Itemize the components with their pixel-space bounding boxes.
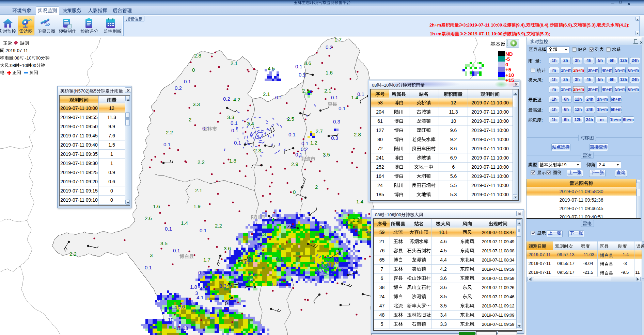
svg-text:6.9: 6.9 xyxy=(193,307,200,313)
svg-text:2.2: 2.2 xyxy=(198,159,205,165)
svg-text:3.7: 3.7 xyxy=(243,259,250,265)
svg-text:0.1: 0.1 xyxy=(331,95,338,100)
svg-text:0.3: 0.3 xyxy=(198,270,205,275)
svg-text:2.9: 2.9 xyxy=(291,161,298,167)
svg-text:11.3: 11.3 xyxy=(269,281,278,287)
svg-text:0.1: 0.1 xyxy=(357,91,364,97)
svg-text:1.8: 1.8 xyxy=(229,158,236,164)
svg-text:2.7: 2.7 xyxy=(316,128,323,134)
svg-text:2.2: 2.2 xyxy=(166,130,173,135)
svg-text:4.2: 4.2 xyxy=(233,97,240,102)
svg-text:2.6: 2.6 xyxy=(345,221,352,227)
svg-text:9.2: 9.2 xyxy=(189,301,196,307)
svg-text:1.7: 1.7 xyxy=(203,257,210,263)
svg-text:0.1: 0.1 xyxy=(163,141,171,147)
svg-text:0: 0 xyxy=(192,67,195,73)
svg-text:3.5: 3.5 xyxy=(323,152,330,157)
svg-text:3.3: 3.3 xyxy=(227,114,234,120)
svg-text:3.6: 3.6 xyxy=(224,246,231,251)
svg-text:4.5: 4.5 xyxy=(268,66,275,71)
svg-text:0.2: 0.2 xyxy=(175,85,182,91)
svg-text:0: 0 xyxy=(293,189,296,195)
svg-text:2.5: 2.5 xyxy=(287,116,294,122)
svg-text:0.8: 0.8 xyxy=(254,243,261,249)
svg-text:9: 9 xyxy=(182,328,184,334)
svg-text:2.1: 2.1 xyxy=(302,88,309,94)
svg-text:3.6: 3.6 xyxy=(304,60,311,66)
svg-text:3.5: 3.5 xyxy=(160,240,168,246)
svg-text:3.3: 3.3 xyxy=(219,283,226,289)
svg-text:2: 2 xyxy=(189,117,191,122)
svg-text:1.2: 1.2 xyxy=(310,140,317,146)
svg-text:0.1: 0.1 xyxy=(200,228,207,233)
svg-text:12: 12 xyxy=(226,284,232,289)
svg-text:0.1: 0.1 xyxy=(275,95,282,100)
svg-text:0.1: 0.1 xyxy=(173,248,180,253)
svg-text:2.2: 2.2 xyxy=(69,251,77,257)
svg-text:0.2: 0.2 xyxy=(223,96,230,102)
svg-text:2.1: 2.1 xyxy=(231,60,238,66)
svg-text:0.3: 0.3 xyxy=(333,119,340,124)
svg-text:2.2: 2.2 xyxy=(257,252,264,257)
svg-text:0.1: 0.1 xyxy=(319,224,327,230)
svg-text:2.8: 2.8 xyxy=(354,132,361,137)
svg-text:2.6: 2.6 xyxy=(145,215,152,221)
svg-text:4.4: 4.4 xyxy=(170,304,177,310)
svg-text:1.4: 1.4 xyxy=(356,199,363,204)
svg-text:-11.03: -11.03 xyxy=(174,325,188,331)
svg-text:2.2: 2.2 xyxy=(352,217,360,223)
svg-text:0.1: 0.1 xyxy=(165,226,172,232)
svg-text:0.1: 0.1 xyxy=(288,132,296,137)
svg-text:0.1: 0.1 xyxy=(145,265,152,270)
svg-text:2.3: 2.3 xyxy=(259,231,266,237)
svg-text:0.1: 0.1 xyxy=(184,79,191,84)
svg-text:2.1: 2.1 xyxy=(324,88,331,94)
svg-text:3.4: 3.4 xyxy=(247,121,254,127)
svg-text:1.9: 1.9 xyxy=(193,203,201,209)
svg-text:0.2: 0.2 xyxy=(301,146,308,152)
svg-text:1.6: 1.6 xyxy=(326,70,333,76)
svg-text:0.1: 0.1 xyxy=(202,125,209,131)
svg-text:1.4: 1.4 xyxy=(181,220,188,226)
svg-text:0.1: 0.1 xyxy=(339,105,346,111)
svg-text:0.1: 0.1 xyxy=(299,72,306,78)
svg-text:0.1: 0.1 xyxy=(231,128,238,133)
svg-text:1.6: 1.6 xyxy=(153,203,160,209)
svg-text:4.7: 4.7 xyxy=(200,286,207,291)
svg-text:0.1: 0.1 xyxy=(295,152,302,157)
svg-text:1.7: 1.7 xyxy=(334,37,342,43)
svg-text:4.1: 4.1 xyxy=(197,295,204,300)
svg-text:2.1: 2.1 xyxy=(263,91,270,97)
svg-text:0.2: 0.2 xyxy=(326,44,333,50)
svg-text:9.6: 9.6 xyxy=(178,304,185,309)
svg-text:10: 10 xyxy=(168,317,174,322)
svg-text:2.2: 2.2 xyxy=(215,223,222,229)
svg-text:0.1: 0.1 xyxy=(234,140,241,146)
svg-text:2.1: 2.1 xyxy=(195,187,202,193)
svg-text:0.1: 0.1 xyxy=(301,140,309,146)
svg-text:0.1: 0.1 xyxy=(295,64,302,69)
svg-text:0.3: 0.3 xyxy=(331,135,338,141)
svg-text:1.8: 1.8 xyxy=(190,284,197,290)
svg-text:3: 3 xyxy=(150,252,153,258)
svg-text:2: 2 xyxy=(315,184,318,190)
svg-text:5.3: 5.3 xyxy=(247,276,254,282)
svg-text:0.1: 0.1 xyxy=(276,256,283,262)
svg-text:2.3: 2.3 xyxy=(254,148,261,153)
svg-text:3.3: 3.3 xyxy=(193,101,200,107)
svg-text:0.1: 0.1 xyxy=(231,120,238,126)
svg-text:2.8: 2.8 xyxy=(194,53,201,58)
